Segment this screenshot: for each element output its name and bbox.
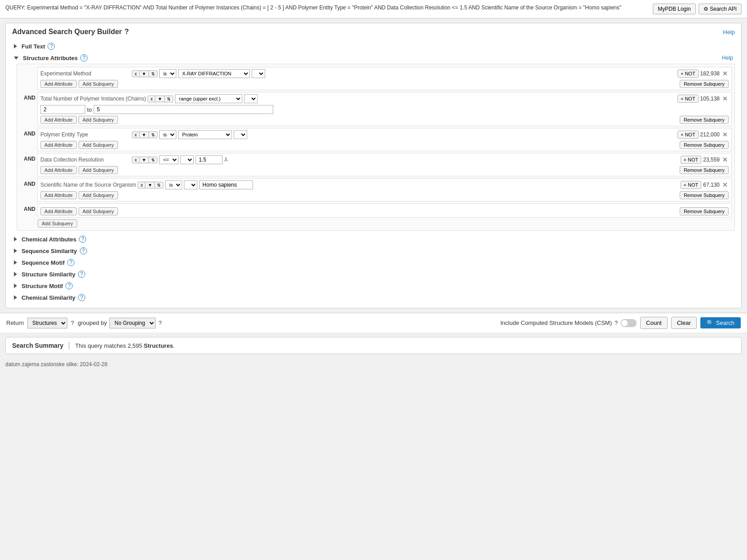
csm-toggle-switch[interactable] xyxy=(620,319,637,327)
structure-similarity-header[interactable]: Structure Similarity ? xyxy=(12,268,735,280)
value-extra-select-1[interactable] xyxy=(252,69,265,78)
bottom-help-icon[interactable]: ? xyxy=(71,319,74,326)
top-bar: QUERY: Experimental Method = "X-RAY DIFF… xyxy=(0,0,747,18)
csm-help-icon[interactable]: ? xyxy=(615,319,618,326)
operator-select-2[interactable]: range (upper excl.) xyxy=(175,94,242,103)
x-btn-1[interactable]: x xyxy=(132,71,140,77)
remove-btn-2[interactable]: ✕ xyxy=(721,95,729,102)
structure-motif-help-icon[interactable]: ? xyxy=(66,282,73,289)
operator-select-3[interactable]: is xyxy=(159,130,176,139)
remove-btn-1[interactable]: ✕ xyxy=(721,70,729,77)
remove-subquery-btn-4[interactable]: Remove Subquery xyxy=(680,166,729,174)
add-attr-btn-3[interactable]: Add Attribute xyxy=(40,141,77,149)
sequence-motif-help-icon[interactable]: ? xyxy=(67,259,74,266)
remove-btn-5[interactable]: ✕ xyxy=(721,181,729,188)
search-button[interactable]: 🔍 Search xyxy=(700,317,741,328)
mypdb-login-button[interactable]: MyPDB Login xyxy=(653,4,695,14)
value-input-5[interactable] xyxy=(199,180,253,189)
remove-subquery-btn-1[interactable]: Remove Subquery xyxy=(680,80,729,88)
value-input-4[interactable] xyxy=(196,155,223,164)
panel-help-icon[interactable]: ? xyxy=(125,28,129,36)
structure-attrs-header[interactable]: Structure Attributes ? Help xyxy=(12,52,735,64)
remove-btn-4[interactable]: ✕ xyxy=(721,156,729,163)
operator-select-5[interactable]: is xyxy=(165,180,182,189)
attr-count-2: + NOT 105,138 ✕ xyxy=(677,95,729,103)
add-attr-btn-2[interactable]: Add Attribute xyxy=(40,116,77,124)
add-subquery-btn-6[interactable]: Add Subquery xyxy=(79,207,118,215)
add-subquery-btn-4[interactable]: Add Subquery xyxy=(79,166,118,174)
arrow-down-5[interactable]: ▼ xyxy=(145,182,155,188)
structure-motif-header[interactable]: Structure Motif ? xyxy=(12,280,735,292)
bottom-bar: Return Structures ? grouped by No Groupi… xyxy=(0,313,747,332)
remove-subquery-btn-3[interactable]: Remove Subquery xyxy=(680,141,729,149)
structure-motif-section: Structure Motif ? xyxy=(12,280,735,292)
return-type-select[interactable]: Structures xyxy=(27,318,67,328)
count-button[interactable]: Count xyxy=(640,317,668,329)
table-row: AND Scientific Name of the Source Organi… xyxy=(20,178,732,201)
chemical-attrs-header[interactable]: Chemical Attributes ? xyxy=(12,233,735,245)
sequence-similarity-help-icon[interactable]: ? xyxy=(80,247,87,254)
add-attr-btn-6[interactable]: Add Attribute xyxy=(40,207,77,215)
not-button-4[interactable]: + NOT xyxy=(681,156,702,164)
chemical-similarity-header[interactable]: Chemical Similarity ? xyxy=(12,292,735,303)
panel-help-link[interactable]: Help xyxy=(723,29,735,35)
chemical-similarity-help-icon[interactable]: ? xyxy=(78,294,85,301)
structure-similarity-icon xyxy=(14,272,17,276)
structure-attrs-help-link[interactable]: Help xyxy=(722,55,733,61)
value-select-3[interactable]: Protein xyxy=(178,130,232,139)
arrow-down-4[interactable]: ▼ xyxy=(140,157,149,163)
add-attr-btn-4[interactable]: Add Attribute xyxy=(40,166,77,174)
add-subquery-main-btn[interactable]: Add Subquery xyxy=(38,219,77,228)
x-btn-4[interactable]: x xyxy=(132,157,140,163)
attr-block-6: Add Attribute Add Subquery Remove Subque… xyxy=(37,203,732,218)
not-button-3[interactable]: + NOT xyxy=(677,131,699,139)
range-from-2[interactable] xyxy=(40,105,85,114)
arrows-updown-5[interactable]: ⇅ xyxy=(155,182,163,188)
add-subquery-btn-1[interactable]: Add Subquery xyxy=(79,80,118,88)
grouping-help-icon[interactable]: ? xyxy=(158,319,162,326)
arrows-updown-4[interactable]: ⇅ xyxy=(149,157,157,163)
remove-subquery-btn-6[interactable]: Remove Subquery xyxy=(680,207,729,215)
add-subquery-btn-5[interactable]: Add Subquery xyxy=(79,191,118,199)
x-btn-5[interactable]: x xyxy=(138,182,145,188)
search-api-button[interactable]: ⚙ Search API xyxy=(699,4,742,14)
sequence-similarity-header[interactable]: Sequence Similarity ? xyxy=(12,245,735,257)
arrows-updown-2[interactable]: ⇅ xyxy=(165,96,173,102)
value-extra-4[interactable] xyxy=(180,155,194,164)
operator-select-1[interactable]: is xyxy=(159,69,176,78)
add-subquery-btn-3[interactable]: Add Subquery xyxy=(79,141,118,149)
chemical-attrs-help-icon[interactable]: ? xyxy=(79,236,86,243)
attr-count-1: + NOT 182,938 ✕ xyxy=(677,70,729,78)
range-to-2[interactable] xyxy=(94,105,273,114)
value-select-1[interactable]: X-RAY DIFFRACTION xyxy=(178,69,250,78)
add-attr-btn-5[interactable]: Add Attribute xyxy=(40,191,77,199)
grouping-select[interactable]: No Grouping xyxy=(109,318,156,328)
full-text-header[interactable]: Full Text ? xyxy=(12,40,735,52)
add-attr-btn-1[interactable]: Add Attribute xyxy=(40,80,77,88)
remove-subquery-btn-5[interactable]: Remove Subquery xyxy=(680,191,729,199)
arrows-updown-3[interactable]: ⇅ xyxy=(149,132,157,138)
remove-btn-3[interactable]: ✕ xyxy=(721,131,729,138)
structure-similarity-help-icon[interactable]: ? xyxy=(78,271,85,278)
arrow-down-1[interactable]: ▼ xyxy=(140,71,149,77)
not-button-5[interactable]: + NOT xyxy=(681,181,702,189)
clear-button[interactable]: Clear xyxy=(671,317,697,329)
value-extra-2[interactable] xyxy=(244,94,258,103)
remove-subquery-btn-2[interactable]: Remove Subquery xyxy=(680,116,729,124)
arrow-down-3[interactable]: ▼ xyxy=(140,132,149,138)
not-button-2[interactable]: + NOT xyxy=(677,95,699,103)
value-extra-5[interactable] xyxy=(184,180,197,189)
x-btn-2[interactable]: x xyxy=(148,96,155,102)
value-extra-3[interactable] xyxy=(234,130,247,139)
attr-name-2: Total Number of Polymer Instances (Chain… xyxy=(40,96,146,102)
operator-select-4[interactable]: <= xyxy=(159,155,179,164)
sequence-motif-header[interactable]: Sequence Motif ? xyxy=(12,257,735,268)
x-btn-3[interactable]: x xyxy=(132,132,140,138)
full-text-help-icon[interactable]: ? xyxy=(48,43,55,50)
add-subquery-btn-2[interactable]: Add Subquery xyxy=(79,116,118,124)
arrow-down-2[interactable]: ▼ xyxy=(155,96,165,102)
attr-block-4: Data Collection Resolution x ▼ ⇅ <= xyxy=(37,153,732,176)
structure-attrs-help-icon[interactable]: ? xyxy=(80,54,87,61)
not-button-1[interactable]: + NOT xyxy=(677,70,699,78)
arrows-updown-1[interactable]: ⇅ xyxy=(149,71,157,77)
